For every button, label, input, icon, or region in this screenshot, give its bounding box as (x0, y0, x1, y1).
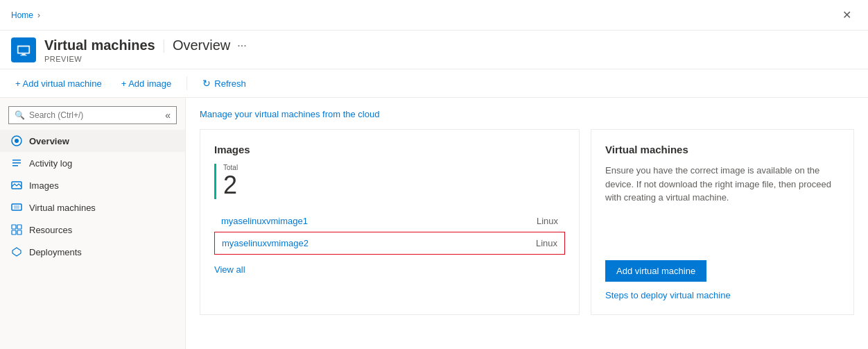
vm-nav-icon (11, 202, 22, 213)
page-subtitle: Overview (173, 37, 230, 53)
sidebar-deployments-label: Deployments (29, 247, 82, 257)
close-button[interactable]: ✕ (837, 6, 857, 24)
sidebar-item-activity-log[interactable]: Activity log (0, 152, 185, 174)
refresh-button[interactable]: ↻ Refresh (198, 75, 250, 92)
toolbar: + Add virtual machine + Add image ↻ Refr… (0, 69, 868, 98)
search-icon: 🔍 (15, 110, 25, 120)
page-title: Virtual machines (44, 37, 155, 53)
vm-header-icon (16, 42, 31, 58)
more-options[interactable]: ··· (237, 40, 246, 52)
view-all-link[interactable]: View all (214, 264, 245, 275)
deployments-icon (11, 246, 22, 257)
activity-icon (11, 158, 22, 169)
search-container: 🔍 « (8, 106, 177, 124)
svg-rect-14 (12, 230, 16, 235)
top-bar: Home › ✕ (0, 0, 868, 31)
image-row-1[interactable]: myaselinuxvmimage1 Linux (214, 210, 565, 232)
svg-rect-12 (12, 225, 16, 229)
total-label: Total (223, 164, 565, 171)
images-card: Images Total 2 myaselinuxvmimage1 Linux … (200, 129, 580, 315)
svg-rect-8 (12, 165, 18, 167)
svg-rect-7 (12, 162, 21, 164)
add-virtual-machine-button[interactable]: + Add virtual machine (11, 76, 106, 92)
main-layout: 🔍 « Overview Activity log Images (0, 98, 868, 349)
sidebar-overview-label: Overview (29, 136, 69, 146)
refresh-label: Refresh (214, 78, 246, 89)
preview-label: PREVIEW (44, 55, 247, 63)
service-icon (11, 37, 36, 62)
refresh-icon: ↻ (202, 78, 211, 89)
images-total: Total 2 (214, 164, 565, 199)
sidebar-resources-label: Resources (29, 225, 72, 235)
sidebar-item-overview[interactable]: Overview (0, 130, 185, 152)
vm-description: Ensure you have the correct image is ava… (605, 164, 840, 205)
vm-card: Virtual machines Ensure you have the cor… (591, 129, 854, 315)
sidebar: 🔍 « Overview Activity log Images (0, 98, 186, 349)
images-icon (11, 180, 22, 191)
header-separator: | (162, 37, 166, 53)
svg-rect-11 (14, 205, 19, 209)
total-count: 2 (223, 171, 565, 199)
svg-rect-13 (17, 225, 21, 229)
image-name-2: myaselinuxvmimage2 (222, 238, 536, 248)
sidebar-vm-label: Virtual machines (29, 203, 96, 213)
breadcrumb-home[interactable]: Home (11, 10, 33, 20)
sidebar-item-resources[interactable]: Resources (0, 219, 185, 241)
overview-icon (11, 135, 22, 146)
collapse-icon[interactable]: « (165, 110, 171, 121)
cards-row: Images Total 2 myaselinuxvmimage1 Linux … (200, 129, 854, 315)
svg-rect-1 (19, 46, 29, 52)
sidebar-images-label: Images (29, 180, 59, 191)
sidebar-item-deployments[interactable]: Deployments (0, 241, 185, 263)
svg-rect-15 (17, 230, 21, 235)
image-row-2[interactable]: myaselinuxvmimage2 Linux (214, 232, 565, 255)
breadcrumb: Home › (11, 10, 44, 20)
breadcrumb-separator: › (37, 10, 40, 20)
svg-rect-2 (21, 54, 26, 56)
add-image-button[interactable]: + Add image (117, 76, 176, 92)
sidebar-item-images[interactable]: Images (0, 174, 185, 196)
image-name-1: myaselinuxvmimage1 (221, 216, 537, 226)
resources-icon (11, 224, 22, 235)
vm-card-title: Virtual machines (605, 144, 840, 155)
svg-point-5 (15, 139, 19, 143)
add-virtual-machine-card-button[interactable]: Add virtual machine (605, 260, 706, 282)
steps-link[interactable]: Steps to deploy virtual machine (605, 290, 840, 300)
main-content: Manage your virtual machines from the cl… (186, 98, 868, 349)
page-header: Virtual machines | Overview ··· PREVIEW (0, 31, 868, 69)
image-os-2: Linux (536, 238, 557, 248)
search-input[interactable] (29, 110, 165, 120)
svg-rect-6 (12, 160, 21, 161)
image-os-1: Linux (537, 216, 558, 226)
manage-title: Manage your virtual machines from the cl… (200, 109, 854, 119)
sidebar-item-virtual-machines[interactable]: Virtual machines (0, 196, 185, 219)
header-text: Virtual machines | Overview ··· PREVIEW (44, 37, 247, 63)
sidebar-activity-label: Activity log (29, 158, 72, 169)
svg-rect-3 (20, 55, 26, 56)
images-card-title: Images (214, 144, 565, 155)
header-title-row: Virtual machines | Overview ··· (44, 37, 247, 53)
toolbar-divider (186, 76, 187, 90)
